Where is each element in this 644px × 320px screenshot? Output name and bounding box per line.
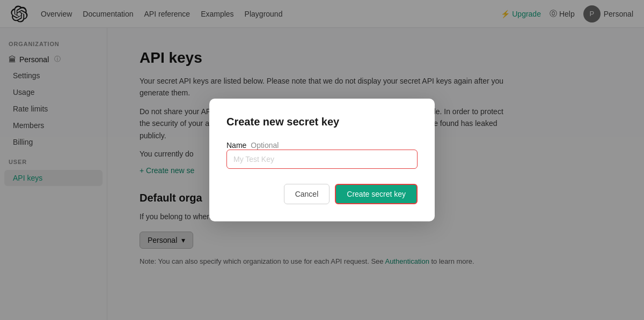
name-label: Name: [226, 141, 246, 150]
modal-title: Create new secret key: [226, 116, 418, 128]
modal-actions: Cancel Create secret key: [226, 184, 418, 204]
create-secret-key-button[interactable]: Create secret key: [335, 184, 418, 204]
modal: Create new secret key Name Optional Canc…: [209, 99, 435, 221]
optional-label: Optional: [251, 141, 279, 150]
name-label-row: Name Optional: [226, 141, 418, 150]
cancel-button[interactable]: Cancel: [284, 184, 330, 204]
modal-overlay[interactable]: Create new secret key Name Optional Canc…: [0, 0, 644, 320]
key-name-input[interactable]: [226, 150, 418, 169]
